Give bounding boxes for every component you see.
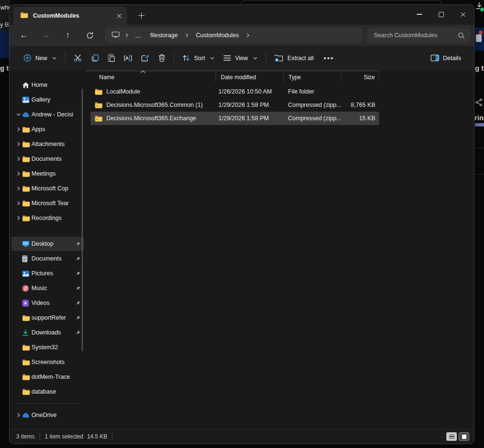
sidebar-item-documents[interactable]: Documents [11, 251, 84, 266]
chevron-right-icon[interactable] [184, 33, 190, 38]
sidebar-item-system32[interactable]: System32 [11, 340, 84, 354]
sidebar-item-label: Recordings [31, 215, 81, 221]
share-icon [475, 98, 483, 108]
sidebar-item-attachments[interactable]: Attachments [11, 137, 84, 151]
sidebar-scrollbar[interactable] [82, 89, 83, 351]
tab-custommodules[interactable]: CustomModules [13, 7, 127, 25]
search-input[interactable] [373, 31, 458, 39]
up-button[interactable]: ↑ [60, 28, 75, 43]
column-header-type[interactable]: Type [283, 73, 341, 82]
column-header-name[interactable]: Name [86, 73, 216, 82]
sidebar-item-downloads[interactable]: Downloads [11, 325, 84, 340]
sidebar-item-dotmem-trace[interactable]: dotMem-Trace [11, 370, 84, 384]
sidebar-item-onedrive[interactable]: OneDrive [11, 408, 84, 422]
chevron-right-icon[interactable] [15, 186, 22, 191]
sidebar-item-andrew-decisi[interactable]: Andrew - Decisi [11, 107, 84, 122]
sidebar-item-apps[interactable]: Apps [11, 122, 84, 136]
pin-icon [75, 256, 81, 261]
column-header-size[interactable]: Size [341, 73, 379, 82]
background-divider [475, 174, 484, 175]
file-size: 8,765 KB [341, 102, 379, 108]
sidebar-item-database[interactable]: database [11, 385, 84, 399]
minimize-button[interactable] [408, 5, 430, 24]
this-pc-icon[interactable] [110, 31, 122, 40]
delete-button[interactable] [154, 51, 170, 65]
pin-icon [75, 315, 81, 321]
file-type: Compressed (zipp... [283, 115, 341, 122]
paste-button[interactable] [103, 51, 119, 65]
chevron-right-icon[interactable] [15, 201, 22, 206]
sidebar-item-desktop[interactable]: Desktop [11, 237, 84, 251]
sidebar-item-label: Screenshots [31, 359, 81, 365]
icons-view-toggle[interactable] [459, 432, 469, 441]
background-divider [475, 148, 484, 148]
sidebar-item-label: Attachments [31, 141, 81, 147]
chevron-right-icon[interactable] [15, 156, 22, 161]
breadcrumb-ellipsis[interactable]: … [132, 32, 144, 39]
maximize-button[interactable] [430, 5, 452, 24]
document-icon [22, 255, 31, 262]
chevron-right-icon[interactable] [15, 171, 22, 176]
file-type: Compressed (zipp... [283, 102, 341, 108]
sidebar-item-recordings[interactable]: Recordings [11, 211, 84, 225]
new-tab-button[interactable] [134, 9, 148, 22]
refresh-button[interactable] [82, 28, 97, 43]
sort-button-label: Sort [194, 55, 205, 62]
cloud-icon [22, 413, 31, 418]
chevron-down-icon[interactable] [15, 112, 22, 117]
chevron-right-icon[interactable] [15, 413, 22, 417]
new-button[interactable]: New [19, 51, 61, 65]
trash-icon [158, 54, 165, 62]
sidebar-item-music[interactable]: Music [11, 281, 84, 295]
sidebar-item-microsoft-tear[interactable]: Microsoft Tear [11, 196, 84, 210]
search-icon[interactable] [458, 32, 465, 39]
sort-button[interactable]: Sort [178, 51, 219, 65]
sidebar-item-supportrefer[interactable]: supportRefer [11, 311, 84, 325]
copy-button[interactable] [87, 51, 103, 65]
file-row-decisions-microsoft365-exchange[interactable]: Decisions.Microsoft365.Exchange1/29/2026… [91, 112, 379, 125]
search-box[interactable] [367, 28, 470, 43]
music-icon [22, 285, 31, 292]
chevron-down-icon [52, 56, 57, 61]
breadcrumb-item-filestorage[interactable]: filestorage [146, 31, 182, 40]
sidebar-item-documents[interactable]: Documents [11, 152, 84, 166]
sidebar-item-microsoft-cop[interactable]: Microsoft Cop [11, 181, 84, 196]
sidebar-item-videos[interactable]: Videos [11, 296, 84, 310]
extract-all-button[interactable]: Extract all [270, 51, 318, 65]
tab-close-icon[interactable] [116, 13, 122, 19]
chevron-right-icon[interactable] [15, 127, 22, 132]
chevron-right-icon[interactable] [245, 33, 251, 38]
file-row-localmodule[interactable]: LocalModule1/26/2026 10:50 AMFile folder [91, 85, 379, 98]
more-options-button[interactable]: ••• [318, 51, 340, 65]
share-button[interactable] [137, 51, 154, 65]
rename-button[interactable] [119, 51, 137, 65]
sidebar-item-home[interactable]: Home [11, 78, 84, 92]
breadcrumb-item-custommodules[interactable]: CustomModules [192, 31, 243, 40]
close-icon [460, 11, 466, 17]
folder-icon [22, 170, 31, 177]
back-button[interactable]: ← [16, 28, 31, 43]
paste-icon [108, 54, 115, 62]
close-button[interactable] [452, 5, 474, 24]
breadcrumb[interactable]: … filestorage CustomModules [105, 28, 362, 43]
sidebar-item-gallery[interactable]: Gallery [11, 93, 84, 107]
chevron-right-icon[interactable] [15, 216, 22, 220]
download-complete-badge [480, 7, 484, 12]
details-pane-button[interactable]: Details [426, 51, 465, 65]
sidebar-item-screenshots[interactable]: Screenshots [11, 355, 84, 369]
sidebar-item-meetings[interactable]: Meetings [11, 167, 84, 181]
view-button[interactable]: View [219, 52, 262, 65]
folder-icon [22, 215, 31, 221]
cut-button[interactable] [69, 51, 87, 65]
chevron-right-icon[interactable] [15, 142, 22, 146]
background-text: g t [475, 64, 484, 72]
sidebar-item-pictures[interactable]: Pictures [11, 266, 84, 281]
file-row-decisions-microsoft365-common-1[interactable]: Decisions.Microsoft365.Common (1)1/29/20… [91, 98, 379, 112]
details-view-toggle[interactable] [446, 432, 457, 441]
column-header-date-modified[interactable]: Date modified [216, 73, 283, 82]
forward-button[interactable]: → [38, 28, 53, 43]
selection-size: 14.5 KB [87, 433, 107, 440]
sidebar-item-label: System32 [31, 344, 81, 351]
sidebar-item-label: Videos [31, 300, 75, 306]
folder-icon [22, 374, 31, 380]
